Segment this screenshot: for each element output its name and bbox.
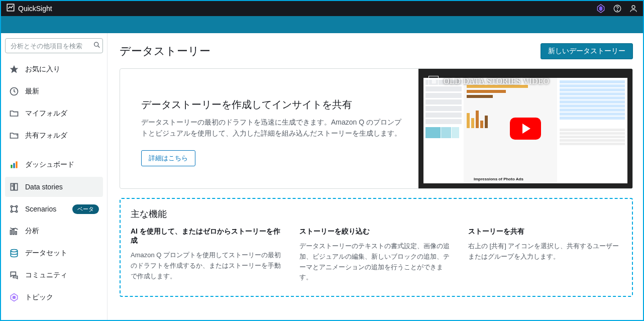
- svg-point-6: [94, 42, 98, 46]
- topics-icon: [9, 292, 19, 302]
- svg-rect-19: [11, 230, 12, 234]
- topbar: QuickSight: [1, 1, 643, 16]
- dashboard-icon: [9, 160, 19, 170]
- search-input[interactable]: [5, 38, 103, 53]
- sidebar-item-label: 共有フォルダ: [25, 131, 67, 140]
- svg-point-24: [13, 296, 16, 299]
- clock-icon: [9, 86, 19, 96]
- video-qs-icon: ▩: [428, 76, 439, 86]
- sidebar-item-label: コミュニティ: [25, 271, 67, 280]
- sidebar-item-analyses[interactable]: 分析: [5, 221, 103, 241]
- svg-rect-11: [13, 163, 15, 168]
- sidebar-item-label: Data stories: [25, 183, 63, 191]
- feature-col-share: ストーリーを共有 右上の [共有] アイコンを選択し、共有するユーザーまたはグル…: [468, 227, 622, 283]
- video-title-overlay: OLD DATA STORIES VIDEO: [444, 77, 549, 86]
- datasets-icon: [9, 248, 19, 258]
- sidebar-item-dashboards[interactable]: ダッシュボード: [5, 155, 103, 175]
- video-caption: Impressions of Photo Ads: [474, 177, 523, 181]
- page-title: データストーリー: [120, 44, 210, 59]
- hero-video[interactable]: ▩ OLD DATA STORIES VIDEO: [418, 69, 632, 188]
- svg-rect-12: [16, 161, 17, 168]
- q-gem-icon[interactable]: [596, 4, 606, 14]
- sidebar-item-topics[interactable]: トピック: [5, 287, 103, 307]
- sidebar-item-my-folder[interactable]: マイフォルダ: [5, 103, 103, 124]
- search-icon: [93, 43, 101, 51]
- learn-more-button[interactable]: 詳細はこちら: [141, 150, 195, 166]
- sidebar-item-label: マイフォルダ: [25, 109, 67, 118]
- svg-point-16: [16, 205, 17, 207]
- sidebar: お気に入り 最新 マイフォルダ 共有フォルダ ダッシュボード Data stor…: [1, 33, 108, 320]
- sidebar-item-label: データセット: [25, 249, 67, 258]
- feature-text: Amazon Q プロンプトを使用してストーリーの最初のドラフトを作成するか、ま…: [131, 250, 284, 281]
- sidebar-item-label: 分析: [25, 227, 39, 236]
- play-button-icon[interactable]: [510, 118, 541, 140]
- help-icon[interactable]: [613, 4, 622, 13]
- folder-icon: [9, 109, 19, 119]
- features-card: 主な機能 AI を使用して、またはゼロからストーリーを作成 Amazon Q プ…: [120, 198, 633, 297]
- hero-description: データストーリーの最初のドラフトを迅速に生成できます。Amazon Q のプロン…: [141, 117, 402, 139]
- search-wrap: [5, 38, 103, 53]
- svg-line-7: [98, 46, 100, 48]
- sidebar-item-shared-folder[interactable]: 共有フォルダ: [5, 126, 103, 146]
- quicksight-logo-icon: [6, 3, 15, 14]
- sidebar-item-community[interactable]: コミュニティ: [5, 265, 103, 285]
- feature-text: データストーリーのテキストの書式設定、画像の追加、ビジュアルの編集、新しいブロッ…: [299, 241, 453, 283]
- sidebar-item-label: ダッシュボード: [25, 160, 74, 169]
- feature-col-create: AI を使用して、またはゼロからストーリーを作成 Amazon Q プロンプトを…: [131, 227, 284, 283]
- sidebar-item-datasets[interactable]: データセット: [5, 243, 103, 263]
- sidebar-item-data-stories[interactable]: Data stories: [5, 177, 103, 197]
- video-thumbnail: ▩ OLD DATA STORIES VIDEO: [418, 69, 632, 188]
- svg-point-5: [632, 6, 635, 9]
- topbar-brand[interactable]: QuickSight: [6, 3, 52, 14]
- svg-point-4: [617, 10, 617, 11]
- svg-point-17: [11, 210, 12, 212]
- beta-badge: ベータ: [72, 204, 99, 214]
- svg-marker-2: [599, 6, 603, 11]
- sidebar-item-label: トピック: [25, 293, 53, 302]
- sidebar-item-label: Scenarios: [25, 205, 56, 213]
- feature-heading: ストーリーを絞り込む: [299, 227, 453, 236]
- hero-title: データストーリーを作成してインサイトを共有: [141, 98, 403, 112]
- user-icon[interactable]: [629, 4, 638, 13]
- analyses-icon: [9, 226, 19, 236]
- feature-col-refine: ストーリーを絞り込む データストーリーのテキストの書式設定、画像の追加、ビジュア…: [299, 227, 453, 283]
- ribbon-bar: [1, 16, 643, 33]
- scenarios-icon: [9, 204, 19, 214]
- search-button[interactable]: [93, 41, 101, 51]
- feature-text: 右上の [共有] アイコンを選択し、共有するユーザーまたはグループを入力します。: [468, 241, 622, 262]
- shared-folder-icon: [9, 131, 19, 141]
- sidebar-item-recent[interactable]: 最新: [5, 81, 103, 101]
- svg-point-18: [16, 210, 17, 212]
- new-data-story-button[interactable]: 新しいデータストーリー: [541, 43, 633, 59]
- star-icon: [9, 64, 19, 74]
- sidebar-item-scenarios[interactable]: Scenarios ベータ: [5, 199, 103, 219]
- main-content: データストーリー 新しいデータストーリー データストーリーを作成してインサイトを…: [108, 33, 643, 320]
- sidebar-item-favorites[interactable]: お気に入り: [5, 59, 103, 79]
- svg-marker-8: [10, 65, 19, 73]
- sidebar-item-label: お気に入り: [25, 65, 60, 74]
- svg-rect-10: [11, 165, 12, 168]
- feature-heading: ストーリーを共有: [468, 227, 622, 236]
- hero-card: データストーリーを作成してインサイトを共有 データストーリーの最初のドラフトを迅…: [120, 68, 633, 189]
- svg-rect-21: [16, 232, 17, 235]
- community-icon: [9, 270, 19, 280]
- stories-icon: [9, 182, 19, 192]
- feature-heading: AI を使用して、またはゼロからストーリーを作成: [131, 227, 284, 245]
- svg-point-22: [11, 250, 17, 252]
- features-title: 主な機能: [131, 208, 622, 220]
- svg-point-15: [11, 205, 12, 207]
- sidebar-item-label: 最新: [25, 87, 39, 96]
- app-name: QuickSight: [18, 5, 52, 13]
